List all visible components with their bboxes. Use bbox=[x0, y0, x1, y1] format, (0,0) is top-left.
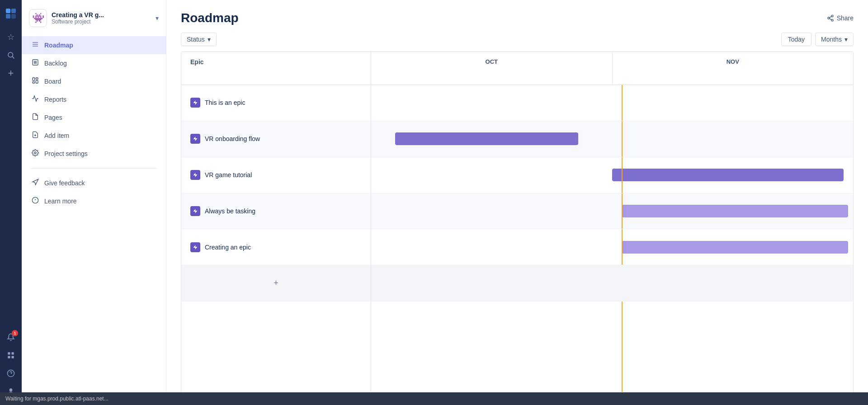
sidebar-item-project-settings[interactable]: Project settings bbox=[22, 145, 166, 163]
epic-name-5[interactable]: Creating an epic bbox=[205, 244, 251, 251]
nav-icon-learn bbox=[31, 197, 40, 206]
month-header-oct: OCT bbox=[371, 52, 613, 85]
svg-point-12 bbox=[9, 388, 13, 391]
epic-name-1[interactable]: This is an epic bbox=[205, 99, 245, 106]
svg-rect-3 bbox=[11, 14, 16, 19]
project-menu-chevron[interactable]: ▾ bbox=[156, 14, 159, 22]
nav-label-roadmap: Roadmap bbox=[44, 42, 73, 49]
svg-marker-39 bbox=[193, 245, 198, 250]
epic-icon-5 bbox=[190, 242, 200, 252]
project-info: Creating a VR g... Software project bbox=[52, 11, 151, 25]
epic-cell-2: VR onboarding flow bbox=[181, 121, 371, 157]
epic-name-2[interactable]: VR onboarding flow bbox=[205, 135, 260, 142]
toolbar-right: Today Months ▾ bbox=[781, 33, 854, 46]
sidebar: 👾 Creating a VR g... Software project ▾ … bbox=[22, 0, 166, 405]
nav-icon-feedback bbox=[31, 179, 40, 188]
add-epic-button[interactable]: + bbox=[181, 265, 371, 301]
nav-icon-project-settings bbox=[31, 149, 40, 158]
epic-icon-3 bbox=[190, 170, 200, 180]
roadmap-grid: Epic OCTNOV This is an epic VR onboardin… bbox=[181, 52, 853, 405]
sidebar-item-backlog[interactable]: Backlog bbox=[22, 54, 166, 72]
page-title: Roadmap bbox=[181, 11, 239, 25]
nav-divider bbox=[31, 168, 157, 169]
main-area: Roadmap Share Status ▾ Today Months ▾ Ep… bbox=[166, 0, 868, 405]
gantt-bar-3[interactable] bbox=[612, 169, 844, 181]
nav-icon-board bbox=[31, 77, 40, 86]
nav-icon-add-item bbox=[31, 131, 40, 140]
svg-rect-22 bbox=[36, 80, 38, 83]
svg-line-5 bbox=[12, 57, 14, 58]
apps-icon[interactable] bbox=[3, 347, 19, 363]
timeline-cell-1 bbox=[371, 85, 853, 121]
nav-icon-pages bbox=[31, 113, 40, 122]
create-icon[interactable]: + bbox=[3, 65, 19, 81]
nav-icon-backlog bbox=[31, 59, 40, 68]
home-icon[interactable]: ☆ bbox=[3, 29, 19, 45]
epic-cell-4: Always be tasking bbox=[181, 193, 371, 230]
svg-rect-7 bbox=[12, 352, 14, 354]
sidebar-item-learn[interactable]: Learn more bbox=[22, 192, 166, 210]
sidebar-item-feedback[interactable]: Give feedback bbox=[22, 174, 166, 192]
project-type: Software project bbox=[52, 19, 151, 25]
timeline-cell-2 bbox=[371, 121, 853, 157]
svg-point-4 bbox=[8, 52, 13, 57]
gantt-bar-5[interactable] bbox=[622, 241, 848, 254]
status-bar: Waiting for mgas.prod.public.atl-paas.ne… bbox=[0, 392, 868, 405]
svg-rect-20 bbox=[33, 78, 35, 80]
epic-name-4[interactable]: Always be tasking bbox=[205, 207, 255, 215]
icon-rail: ☆ + 1 bbox=[0, 0, 22, 405]
epic-name-3[interactable]: VR game tutorial bbox=[205, 171, 252, 179]
share-button[interactable]: Share bbox=[827, 14, 854, 22]
gantt-bar-2[interactable] bbox=[395, 132, 578, 145]
svg-marker-37 bbox=[193, 173, 198, 177]
status-filter-button[interactable]: Status ▾ bbox=[181, 33, 217, 46]
notification-badge: 1 bbox=[12, 330, 18, 336]
sidebar-item-reports[interactable]: Reports bbox=[22, 90, 166, 108]
status-filter-label: Status bbox=[187, 36, 205, 43]
timeline-header: OCTNOV bbox=[371, 52, 853, 85]
status-text: Waiting for mgas.prod.public.atl-paas.ne… bbox=[5, 396, 108, 402]
sidebar-item-roadmap[interactable]: Roadmap bbox=[22, 36, 166, 54]
svg-rect-21 bbox=[36, 78, 38, 79]
nav-label-board: Board bbox=[44, 78, 61, 85]
status-chevron-icon: ▾ bbox=[208, 36, 211, 43]
timeline-cell-5 bbox=[371, 229, 853, 265]
logo-icon[interactable] bbox=[3, 5, 19, 22]
empty-timeline-area bbox=[371, 301, 853, 392]
months-button[interactable]: Months ▾ bbox=[815, 33, 854, 46]
svg-rect-8 bbox=[8, 356, 10, 358]
svg-rect-1 bbox=[11, 9, 16, 13]
help-icon[interactable] bbox=[3, 365, 19, 381]
svg-point-31 bbox=[828, 17, 830, 19]
project-avatar: 👾 bbox=[29, 9, 47, 27]
toolbar: Status ▾ Today Months ▾ bbox=[166, 33, 868, 52]
add-row-timeline bbox=[371, 265, 853, 301]
nav-icon-reports bbox=[31, 95, 40, 104]
svg-rect-23 bbox=[33, 82, 35, 83]
sidebar-item-add-item[interactable]: Add item bbox=[22, 127, 166, 145]
svg-rect-6 bbox=[8, 352, 10, 354]
svg-marker-36 bbox=[193, 137, 198, 141]
sidebar-item-board[interactable]: Board bbox=[22, 72, 166, 90]
project-name: Creating a VR g... bbox=[52, 11, 133, 19]
epic-cell-1: This is an epic bbox=[181, 85, 371, 121]
svg-point-30 bbox=[831, 15, 833, 17]
main-header: Roadmap Share bbox=[166, 0, 868, 33]
epic-icon-2 bbox=[190, 134, 200, 144]
search-icon[interactable] bbox=[3, 47, 19, 63]
today-line bbox=[622, 121, 623, 157]
today-button[interactable]: Today bbox=[781, 33, 811, 46]
nav-label-feedback: Give feedback bbox=[44, 179, 85, 187]
nav-label-project-settings: Project settings bbox=[44, 150, 88, 157]
svg-line-33 bbox=[829, 19, 831, 20]
empty-epic-area bbox=[181, 301, 371, 392]
epic-cell-3: VR game tutorial bbox=[181, 157, 371, 193]
gantt-bar-4[interactable] bbox=[622, 205, 848, 217]
sidebar-nav: RoadmapBacklogBoardReportsPagesAdd itemP… bbox=[22, 34, 166, 405]
project-header: 👾 Creating a VR g... Software project ▾ bbox=[22, 5, 166, 34]
sidebar-item-pages[interactable]: Pages bbox=[22, 108, 166, 127]
svg-rect-9 bbox=[12, 356, 14, 358]
svg-marker-35 bbox=[193, 100, 198, 105]
timeline-cell-3 bbox=[371, 157, 853, 193]
nav-label-reports: Reports bbox=[44, 96, 66, 103]
